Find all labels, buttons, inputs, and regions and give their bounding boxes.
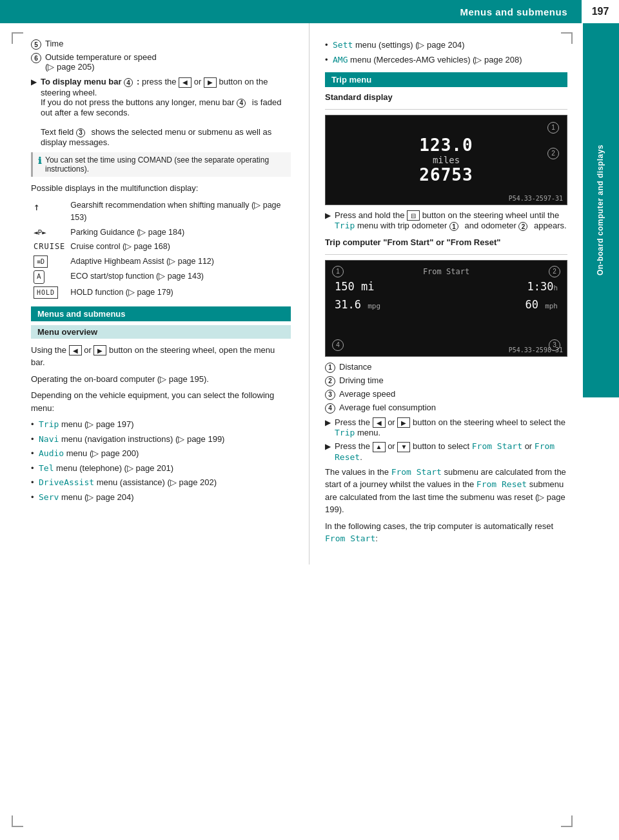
parking-text: Parking Guidance (▷ page 184) (68, 225, 291, 240)
menu-item-tel: Tel menu (telephone) (▷ page 201) (31, 462, 291, 475)
menubar-para1: If you do not press the buttons any long… (41, 97, 281, 117)
menu-item-sett: Sett menu (settings) (▷ page 204) (325, 39, 567, 52)
legend-item-3: 3 Average speed (325, 389, 567, 400)
arrow-icon-select: ▶ (325, 418, 331, 427)
left-btn2: ◀ (69, 345, 82, 355)
menu-item-amg: AMG menu (Mercedes-AMG vehicles) (▷ page… (325, 54, 567, 66)
menu-list: Trip menu (▷ page 197) Navi menu (naviga… (31, 418, 291, 503)
header-bar: Menus and submenus 197 (0, 0, 619, 23)
header-title: Menus and submenus (460, 6, 567, 17)
trip-menu-header: Trip menu (325, 72, 567, 87)
screen1-values: 123.0 miles 26753 (419, 135, 473, 185)
legend-circle-4: 4 (325, 403, 335, 414)
right-btn3: ▶ (397, 417, 410, 428)
screen2-val4: 60 mph (525, 298, 558, 311)
trip-computer-header: Trip computer "From Start" or "From Rese… (325, 236, 567, 249)
icon-row-cruise: CRUISE Cruise control (▷ page 168) (31, 239, 291, 254)
menu-para2: Operating the on-board computer (▷ page … (31, 373, 291, 386)
mono-from-start3: From Start (325, 534, 375, 543)
mono-serv: Serv (39, 492, 59, 502)
menu-item-trip: Trip menu (▷ page 197) (31, 418, 291, 431)
screen1-content: 123.0 miles 26753 1 2 P54.33-2597-31 (326, 115, 567, 205)
mono-tel: Tel (39, 463, 54, 473)
corner-mark-tl (12, 32, 23, 44)
down-btn: ▼ (397, 442, 410, 452)
screen2-circle2: 2 (549, 266, 560, 277)
circle-5: 5 (31, 39, 41, 50)
para-auto-reset: In the following cases, the trip compute… (325, 520, 567, 545)
mono-trip: Trip (39, 419, 59, 429)
mono-trip2: Trip (335, 221, 355, 230)
mono-from-start: From Start (472, 441, 522, 451)
icon-table: ↑ Gearshift recommendation when shifting… (31, 198, 291, 300)
menu-item-navi: Navi menu (navigation instructions) (▷ p… (31, 433, 291, 446)
mono-from-start2: From Start (391, 467, 442, 477)
circle-6: 6 (31, 53, 41, 63)
divider1 (325, 109, 567, 110)
info-box: ℹ You can set the time using COMAND (see… (31, 152, 291, 177)
eco-text: ECO start/stop function (▷ page 143) (68, 269, 291, 285)
screen2-circle1: 1 (332, 266, 344, 277)
legend-item-2: 2 Driving time (325, 375, 567, 386)
hold-btn-icon: ⊟ (407, 210, 420, 221)
icon-row-parking: ◄P► Parking Guidance (▷ page 184) (31, 225, 291, 240)
arrow-from-start-text: Press the ▲ or ▼ button to select From S… (335, 441, 567, 462)
hold-text: HOLD function (▷ page 179) (68, 285, 291, 300)
item-6: 6 Outside temperature or speed(▷ page 20… (31, 52, 291, 72)
arrow-item-menubar: ▶ To display menu bar 4: press the ◀ or … (31, 77, 291, 147)
icon-row-highbeam: ≡D Adaptive Highbeam Assist (▷ page 112) (31, 254, 291, 269)
arrow-hold-text: Press and hold the ⊟ button on the steer… (335, 210, 567, 232)
menu-para1: Using the ◀ or ▶ button on the steering … (31, 344, 291, 369)
legend-circle-1: 1 (325, 363, 335, 373)
legend-text-4: Average fuel consumption (339, 403, 436, 412)
trip-menu-header-text: Trip menu (331, 75, 371, 85)
hold-icon: HOLD (34, 286, 58, 299)
arrow-item-hold: ▶ Press and hold the ⊟ button on the ste… (325, 210, 567, 232)
mono-driveassist: DriveAssist (39, 477, 94, 487)
corner-mark-bl (12, 815, 23, 827)
parking-icon: ◄P► (34, 228, 46, 237)
right-btn2: ▶ (93, 345, 106, 355)
standard-display-header: Standard display (325, 91, 567, 104)
menubar-para2: Text field 3 shows the selected menu or … (41, 127, 271, 147)
menus-submenus-header: Menus and submenus (31, 306, 291, 321)
cruise-text: Cruise control (▷ page 168) (68, 239, 291, 254)
parking-icon-cell: ◄P► (31, 225, 68, 240)
para-from-start: The values in the From Start submenu are… (325, 466, 567, 516)
menubar-bold-text: To display menu bar 4: press the (41, 77, 177, 86)
screen1-circle2: 2 (547, 148, 559, 159)
icon-row-gearshift: ↑ Gearshift recommendation when shifting… (31, 198, 291, 225)
legend: 1 Distance 2 Driving time 3 Average spee… (325, 362, 567, 414)
menubar-description: To display menu bar 4: press the ◀ or ▶ … (41, 77, 291, 147)
menu-para3: Depending on the vehicle equipment, you … (31, 389, 291, 414)
gearshift-icon: ↑ (34, 201, 40, 213)
menu-item-driveassist: DriveAssist menu (assistance) (▷ page 20… (31, 476, 291, 489)
screen1-val2: 26753 (419, 165, 473, 185)
page-number: 197 (580, 0, 619, 23)
cruise-icon: CRUISE (34, 242, 65, 251)
info-text: You can set the time using COMAND (see t… (45, 155, 286, 174)
right-column: Sett menu (settings) (▷ page 204) AMG me… (310, 23, 580, 565)
item-5-text: Time (45, 39, 63, 48)
arrow-icon-hold: ▶ (325, 211, 331, 220)
more-menu-list: Sett menu (settings) (▷ page 204) AMG me… (325, 39, 567, 66)
possible-displays-label: Possible displays in the multifunction d… (31, 182, 291, 195)
menu-item-audio: Audio menu (▷ page 200) (31, 447, 291, 460)
arrow-icon-from-start: ▶ (325, 442, 331, 451)
left-column: 5 Time 6 Outside temperature or speed(▷ … (0, 23, 310, 565)
mono-amg: AMG (333, 55, 348, 65)
screen2-val2: 1:30h (527, 280, 558, 293)
hold-icon-cell: HOLD (31, 285, 68, 300)
gearshift-text: Gearshift recommendation when shifting m… (68, 198, 291, 225)
menu-overview-header: Menu overview (31, 325, 291, 339)
item-6-text: Outside temperature or speed(▷ page 205) (45, 52, 157, 72)
menus-submenus-header-text: Menus and submenus (37, 309, 126, 319)
eco-icon: A (34, 270, 44, 284)
screen2-val1: 150 mi (335, 280, 374, 293)
arrow-item-select-trip: ▶ Press the ◀ or ▶ button on the steerin… (325, 417, 567, 438)
screen1-unit1: miles (419, 155, 473, 165)
item-5: 5 Time (31, 39, 291, 50)
screen2-row2: 31.6 mpg 60 mph (335, 298, 558, 311)
menu-item-serv: Serv menu (▷ page 204) (31, 491, 291, 504)
gearshift-icon-cell: ↑ (31, 198, 68, 225)
